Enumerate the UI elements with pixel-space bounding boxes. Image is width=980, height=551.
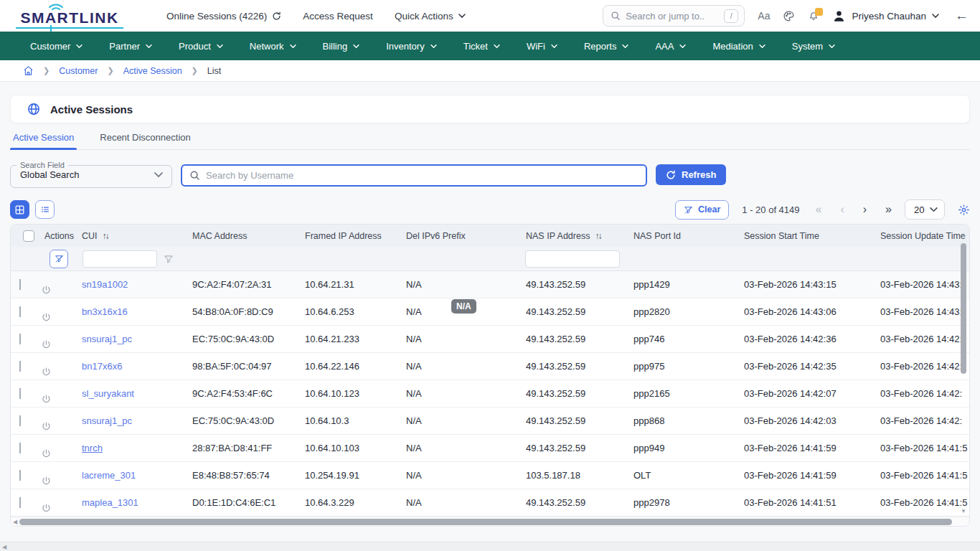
row-checkbox[interactable] xyxy=(19,334,21,344)
nav-item[interactable]: WiFi xyxy=(527,41,557,52)
select-all-checkbox[interactable] xyxy=(23,230,34,242)
table-horizontal-scrollbar[interactable]: ◀ xyxy=(11,517,969,526)
horizontal-scroll-thumb[interactable] xyxy=(19,519,952,525)
username-search-box[interactable] xyxy=(181,164,647,187)
nav-item[interactable]: Product xyxy=(179,41,223,52)
font-size-toggle[interactable]: Aa xyxy=(758,10,770,22)
clear-filters-button[interactable]: Clear xyxy=(675,200,729,220)
page-horizontal-scrollbar[interactable]: ◀ xyxy=(0,542,980,551)
column-header[interactable]: NAS IP Address ↑↓ xyxy=(522,231,630,241)
cui-link[interactable]: snsuraj1_pc xyxy=(82,334,132,344)
disconnect-power-icon[interactable] xyxy=(41,503,78,514)
scroll-up-arrow-icon[interactable]: ▲ xyxy=(961,232,966,238)
column-header[interactable]: MAC Address xyxy=(189,231,301,241)
cui-link[interactable]: maplea_1301 xyxy=(82,497,138,508)
row-checkbox[interactable] xyxy=(19,470,21,481)
nav-item[interactable]: Ticket xyxy=(463,41,500,52)
brand-logo[interactable]: SMARTLINK xyxy=(16,4,123,29)
cui-link[interactable]: sn19a1002 xyxy=(82,279,128,290)
column-header[interactable]: Session Start Time xyxy=(740,231,877,241)
search-field-select[interactable]: Search Field Global Search xyxy=(10,161,172,188)
column-header[interactable]: Actions xyxy=(41,231,78,241)
table-settings-gear-icon[interactable] xyxy=(958,204,970,216)
user-menu[interactable]: Priyesh Chauhan xyxy=(832,9,939,23)
funnel-icon[interactable] xyxy=(164,254,174,264)
cui-filter-input[interactable] xyxy=(83,250,157,268)
cui-link[interactable]: sl_suryakant xyxy=(82,388,134,399)
session-start-cell: 03-Feb-2026 14:41:59 xyxy=(740,443,877,453)
last-page-button[interactable]: » xyxy=(885,204,892,215)
global-search-box[interactable]: / xyxy=(603,5,745,27)
tab-active-session[interactable]: Active Session xyxy=(11,130,75,149)
global-search-input[interactable] xyxy=(626,11,705,22)
scroll-down-arrow-icon[interactable]: ▼ xyxy=(961,508,966,514)
nav-item[interactable]: Mediation xyxy=(712,41,765,52)
disconnect-power-icon[interactable] xyxy=(41,367,78,377)
row-checkbox[interactable] xyxy=(19,306,21,317)
breadcrumb-link[interactable]: Customer xyxy=(59,66,98,76)
row-checkbox[interactable] xyxy=(19,497,21,508)
refresh-button[interactable]: Refresh xyxy=(656,164,726,185)
row-checkbox[interactable] xyxy=(19,443,21,453)
prev-page-button[interactable]: ‹ xyxy=(840,204,844,215)
table-vertical-scrollbar[interactable]: ▲ ▼ xyxy=(960,232,967,514)
clear-label: Clear xyxy=(698,204,720,215)
sort-icon[interactable]: ↑↓ xyxy=(103,231,108,241)
column-header[interactable]: CUI ↑↓ xyxy=(78,231,189,241)
nav-item[interactable]: Customer xyxy=(30,41,83,52)
nav-item[interactable]: Billing xyxy=(323,41,360,52)
grid-view-icon xyxy=(14,204,25,215)
session-update-cell: 03-Feb-2026 14:42: xyxy=(877,361,970,372)
filter-toggle-button[interactable] xyxy=(50,250,68,268)
disconnect-power-icon[interactable] xyxy=(41,476,78,486)
column-header[interactable]: Framed IP Address xyxy=(301,231,402,241)
theme-palette-icon[interactable] xyxy=(783,10,795,22)
sort-icon[interactable]: ↑↓ xyxy=(595,231,600,241)
nas-port-cell: ppp1429 xyxy=(630,279,740,290)
grid-view-button[interactable] xyxy=(10,200,29,219)
first-page-button[interactable]: « xyxy=(816,204,822,215)
nav-item[interactable]: Network xyxy=(250,41,296,52)
nas-ip-filter-input[interactable] xyxy=(525,250,620,268)
row-checkbox[interactable] xyxy=(19,388,21,399)
disconnect-power-icon[interactable] xyxy=(41,339,78,350)
home-icon[interactable] xyxy=(23,65,34,76)
scroll-left-arrow-icon[interactable]: ◀ xyxy=(2,544,6,550)
nav-item[interactable]: Partner xyxy=(109,41,152,52)
scroll-left-arrow-icon[interactable]: ◀ xyxy=(13,519,17,525)
breadcrumb-link[interactable]: Active Session xyxy=(123,66,182,76)
disconnect-power-icon[interactable] xyxy=(41,312,78,323)
column-header[interactable]: Del IPv6 Prefix xyxy=(402,231,522,241)
nav-item[interactable]: System xyxy=(792,41,835,52)
next-page-button[interactable]: › xyxy=(863,204,867,215)
row-checkbox[interactable] xyxy=(19,415,21,426)
nav-item[interactable]: Reports xyxy=(584,41,629,52)
chevron-down-icon xyxy=(829,44,835,49)
cui-link[interactable]: snsuraj1_pc xyxy=(82,415,132,426)
username-search-input[interactable] xyxy=(206,170,646,181)
nav-item[interactable]: AAA xyxy=(655,41,686,52)
tab-recent-disconnection[interactable]: Recent Disconnection xyxy=(98,130,192,149)
cui-link[interactable]: tnrch xyxy=(82,443,103,453)
cui-link[interactable]: bn17x6x6 xyxy=(82,361,122,372)
notifications-bell-icon[interactable] xyxy=(808,10,819,22)
row-checkbox[interactable] xyxy=(19,279,21,290)
list-view-button[interactable] xyxy=(35,200,55,219)
row-checkbox[interactable] xyxy=(19,361,21,372)
nav-item[interactable]: Inventory xyxy=(386,41,436,52)
column-header[interactable]: Session Update Time xyxy=(877,231,970,241)
disconnect-power-icon[interactable] xyxy=(41,394,78,405)
access-request-link[interactable]: Access Request xyxy=(303,11,373,22)
cui-link[interactable]: lacreme_301 xyxy=(82,470,136,481)
refresh-sessions-icon[interactable] xyxy=(272,11,281,21)
vertical-scroll-thumb[interactable] xyxy=(961,243,966,374)
page-size-select[interactable]: 20 xyxy=(905,199,945,220)
column-header[interactable]: NAS Port Id xyxy=(630,231,740,241)
disconnect-power-icon[interactable] xyxy=(41,285,78,296)
disconnect-power-icon[interactable] xyxy=(41,421,78,432)
back-arrow-icon[interactable]: ← xyxy=(955,8,969,24)
disconnect-power-icon[interactable] xyxy=(41,448,78,459)
online-sessions-link[interactable]: Online Sessions (4226) xyxy=(166,11,281,22)
cui-link[interactable]: bn3x16x16 xyxy=(82,306,128,317)
quick-actions-menu[interactable]: Quick Actions xyxy=(395,11,466,22)
